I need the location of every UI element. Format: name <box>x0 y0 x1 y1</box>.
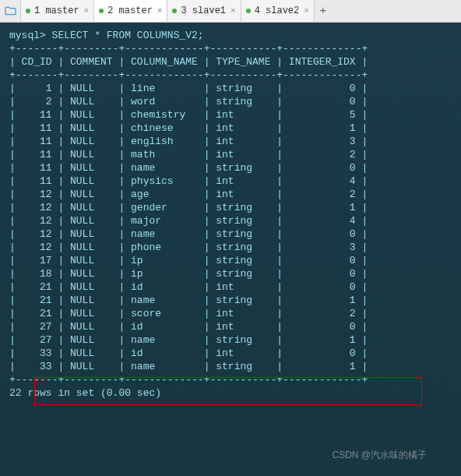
watermark: CSDN @汽水味的橘子 <box>332 449 427 462</box>
tab-label: 4 slave2 <box>255 5 300 16</box>
tab-bar: 1 master×2 master×3 slave1×4 slave2× + <box>0 0 461 23</box>
tab-3-slave1[interactable]: 3 slave1× <box>167 0 241 22</box>
query-text: SELECT * FROM COLUMNS_V2; <box>52 30 204 41</box>
tab-label: 1 master <box>34 5 79 16</box>
dot-icon <box>246 9 251 13</box>
tabs-container: 1 master×2 master×3 slave1×4 slave2× <box>21 0 315 22</box>
close-icon[interactable]: × <box>84 6 90 16</box>
tab-1-master[interactable]: 1 master× <box>21 0 94 22</box>
close-icon[interactable]: × <box>230 6 236 16</box>
dot-icon <box>99 9 104 13</box>
tab-4-slave2[interactable]: 4 slave2× <box>241 0 315 22</box>
add-tab-button[interactable]: + <box>315 5 332 18</box>
table-output: +-------+---------+-------------+-------… <box>9 43 368 386</box>
tab-label: 2 master <box>107 5 153 16</box>
prompt: mysql> <box>9 30 52 41</box>
dot-icon <box>172 9 177 13</box>
close-icon[interactable]: × <box>304 6 309 16</box>
dot-icon <box>26 9 30 13</box>
tab-2-master[interactable]: 2 master× <box>94 0 167 22</box>
folder-icon[interactable] <box>0 0 21 22</box>
tab-label: 3 slave1 <box>181 5 226 16</box>
terminal-output[interactable]: mysql> SELECT * FROM COLUMNS_V2; +------… <box>0 23 461 476</box>
close-icon[interactable]: × <box>157 6 163 16</box>
result-summary: 22 rows in set (0.00 sec) <box>9 387 161 399</box>
